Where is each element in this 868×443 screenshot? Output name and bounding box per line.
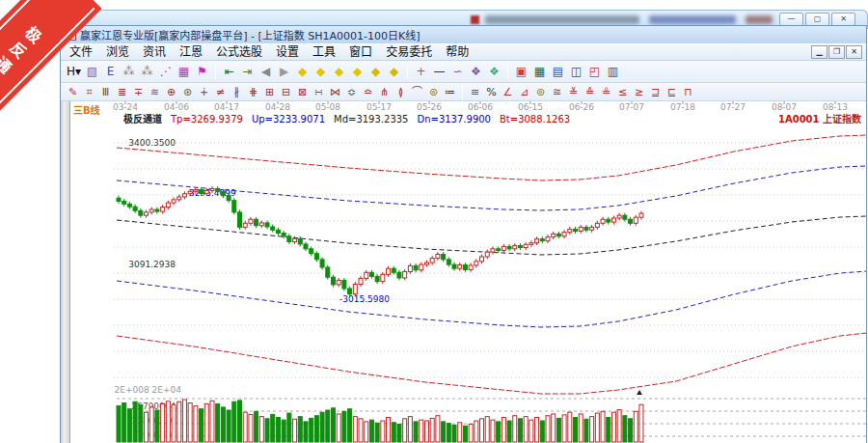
ratio-tool[interactable]: ∺ [311, 85, 327, 99]
maximize-button[interactable]: ▢ [805, 13, 829, 26]
indicator-list-button[interactable]: ≡ [467, 85, 483, 99]
minus-box-tool[interactable]: ⊟ [278, 85, 294, 99]
target-tool[interactable]: ⊚ [425, 85, 442, 99]
angle-measure-button[interactable]: ∠ [500, 85, 516, 99]
greater-equal-button[interactable]: ≥ [631, 85, 647, 99]
mdi-close-button[interactable]: ✕ [846, 45, 862, 59]
close-button[interactable]: ✕ [831, 13, 855, 26]
period-grow-button[interactable]: ◆ [312, 63, 330, 80]
menu-item-0[interactable]: 文件 [63, 44, 99, 60]
zoom-out-button[interactable]: ◆ [348, 63, 366, 80]
pen-tool[interactable]: ✎ [65, 85, 81, 99]
menu-item-5[interactable]: 设置 [269, 44, 306, 60]
curve-channel-bottom [117, 333, 866, 394]
zoom-in-button[interactable]: ◆ [330, 63, 348, 80]
parallel-tool[interactable]: ∦ [229, 85, 245, 99]
title-bar[interactable]: 赢 赢家江恩专业版[赢家内部操盘平台] - [上证指数 SH1A0001-100… [61, 26, 866, 43]
approx-button[interactable]: ≊ [549, 85, 565, 99]
cycle-tool[interactable]: ≎ [343, 85, 360, 99]
menu-item-7[interactable]: 窗口 [342, 44, 379, 60]
menu-item-6[interactable]: 工具 [306, 44, 342, 60]
square-below-button[interactable]: ⊑ [664, 85, 680, 99]
toolbar-drawing: ✎⌗Ⅲ≣∓≋⊕⊛∔≠∦⋕⊞⊟⊠∺⋈≎≏⋔≬⌒⊚≔≡%∠⊿⊚≊≚≙≗≤≥⊒⊑⊓ [61, 83, 866, 101]
cross-tool[interactable]: ∔ [196, 85, 212, 99]
gann-box-tool[interactable]: ∓ [130, 85, 147, 99]
main-chart-svg[interactable] [70, 101, 866, 443]
triangle-measure-button[interactable]: ⊿ [516, 85, 532, 99]
menu-item-1[interactable]: 浏览 [99, 44, 136, 60]
expand-button[interactable]: ◆ [385, 63, 403, 80]
step-forward-button[interactable]: ⁂ [138, 63, 156, 80]
menu-bar: 文件浏览资讯江恩公式选股设置工具窗口交易委托帮助 ▁❐✕ [61, 43, 866, 61]
menu-item-4[interactable]: 公式选股 [209, 44, 269, 60]
mdi-restore-button[interactable]: ❐ [828, 45, 845, 59]
image-tool-button[interactable]: ▧ [83, 63, 101, 80]
less-equal-button[interactable]: ≤ [614, 85, 631, 99]
spiral-tool[interactable]: ⊛ [179, 85, 196, 99]
info-panel-button[interactable]: E [101, 63, 120, 80]
circle-tool[interactable]: ⊕ [163, 85, 179, 99]
print-button[interactable]: ▥ [604, 63, 622, 80]
period-shrink-button[interactable]: ◆ [293, 63, 312, 80]
menu-item-9[interactable]: 帮助 [439, 44, 475, 60]
arc-tool[interactable]: ⌒ [409, 85, 425, 99]
toolbar-separator [407, 65, 408, 79]
cross-box-tool[interactable]: ⊠ [294, 85, 311, 99]
first-bar-button[interactable]: ⇤ [220, 63, 238, 80]
toolbar-main: H▾▧E⁂⁂⋰▦⚑⇤⇥◀▶◆◆◆◆◆◆+—∽❖❖▣▦▤◫◰▥ [61, 61, 866, 83]
menu-item-8[interactable]: 交易委托 [379, 44, 439, 60]
matrix-button[interactable]: ▦ [530, 63, 549, 80]
chart-style-dropdown[interactable]: H▾ [65, 63, 83, 80]
hand-tool-button[interactable]: + [412, 63, 430, 80]
band-tool[interactable]: ≏ [360, 85, 376, 99]
save-button[interactable]: ◫ [567, 63, 585, 80]
grid-box-tool[interactable]: ⊞ [261, 85, 278, 99]
line-tool-button[interactable]: — [430, 63, 448, 80]
corner-ribbon-text: 极反通道 [0, 19, 46, 96]
pitchfork-tool[interactable]: ⋕ [245, 85, 261, 99]
mdi-minimize-button[interactable]: ▁ [811, 45, 827, 59]
export-button[interactable]: ◰ [585, 63, 604, 80]
pattern-button[interactable]: ▦ [175, 63, 193, 80]
chart-area[interactable]: 三B线 极反通道Tp=3269.9379Up=3233.9071Md=3193.… [70, 101, 866, 443]
trend-percent-button[interactable]: % [483, 85, 500, 99]
minimize-button[interactable]: — [779, 13, 803, 26]
web-chart-button-2[interactable]: ❖ [485, 63, 503, 80]
volume-series [117, 400, 643, 442]
angle-tool[interactable]: ≠ [212, 85, 229, 99]
compress-button[interactable]: ◆ [366, 63, 385, 80]
next-bar-button[interactable]: ▶ [275, 63, 293, 80]
fork-tool[interactable]: ⋔ [376, 85, 393, 99]
text-note-tool[interactable]: ≔ [442, 85, 458, 99]
bowtie-tool[interactable]: ⋈ [327, 85, 343, 99]
menu-item-3[interactable]: 江恩 [173, 44, 209, 60]
wave-tool[interactable]: ≋ [147, 85, 163, 99]
flag-button[interactable]: ⚑ [193, 63, 211, 80]
level-down-button[interactable]: ≙ [582, 85, 598, 99]
level-up-button[interactable]: ≚ [565, 85, 582, 99]
step-back-button[interactable]: ⁂ [120, 63, 138, 80]
last-bar-button[interactable]: ⇥ [238, 63, 257, 80]
prev-bar-button[interactable]: ◀ [257, 63, 275, 80]
background-window-title-blur [485, 15, 639, 24]
square-above-button[interactable]: ⊒ [647, 85, 664, 99]
quote-list-button[interactable]: ▤ [549, 63, 567, 80]
ring-button[interactable]: ≗ [598, 85, 614, 99]
calendar-button[interactable]: ▣ [512, 63, 530, 80]
window-title: 赢家江恩专业版[赢家内部操盘平台] - [上证指数 SH1A0001-100日K… [80, 27, 420, 42]
left-splitter-strip[interactable] [61, 101, 70, 443]
background-window-title-blur-3 [746, 15, 773, 24]
background-window-title-blur-2 [649, 15, 736, 24]
channel-tool[interactable]: ≬ [393, 85, 409, 99]
dot-marker-button[interactable]: ⋰ [156, 63, 175, 80]
curve-channel-upper [117, 166, 866, 210]
menu-item-2[interactable]: 资讯 [136, 44, 173, 60]
latest-bar-marker [637, 390, 642, 395]
curve-tool-button[interactable]: ∽ [448, 63, 467, 80]
gann-line-tool[interactable]: Ⅲ [97, 85, 114, 99]
gann-fan-tool[interactable]: ≣ [114, 85, 130, 99]
cap-tool-button[interactable]: ⊓ [680, 85, 696, 99]
wheel-button[interactable]: ⊚ [532, 85, 549, 99]
web-chart-button[interactable]: ❖ [467, 63, 485, 80]
gann-grid-tool[interactable]: ⌗ [81, 85, 97, 99]
